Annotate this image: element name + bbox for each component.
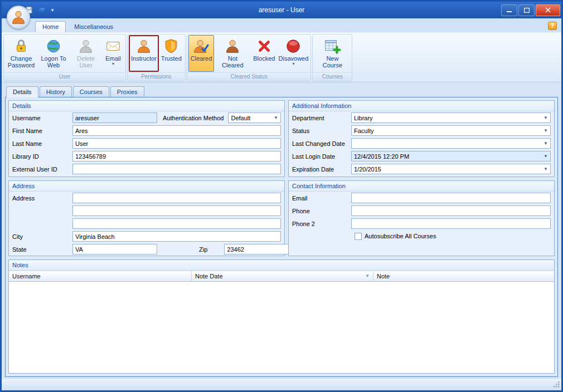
button-label: Trusted	[161, 55, 182, 62]
expiration-date-combo[interactable]: 1/20/2015 ▼	[351, 164, 551, 174]
status-label: Status	[292, 128, 351, 134]
stop-icon	[285, 37, 302, 55]
delete-user-button[interactable]: Delete User	[70, 35, 102, 72]
statusbar	[2, 379, 561, 390]
ribbon-tab-row: Home Miscellaneous ?	[2, 18, 561, 32]
group-caption-courses: Courses	[313, 72, 352, 81]
help-icon[interactable]: ?	[548, 22, 557, 30]
address-label: Address	[12, 195, 72, 202]
groupbox-contact-title: Contact Information	[289, 181, 554, 192]
external-user-id-label: External User ID	[12, 166, 72, 173]
last-name-label: Last Name	[12, 140, 72, 147]
last-name-field[interactable]	[72, 138, 281, 149]
first-name-field[interactable]	[72, 125, 281, 136]
dropdown-arrow-icon: ▾	[112, 62, 114, 66]
table-plus-icon	[324, 37, 341, 55]
new-course-button[interactable]: New Course	[314, 35, 351, 72]
notes-table-header: Username Note Date ▼ Note	[9, 271, 554, 282]
blocked-button[interactable]: Blocked	[251, 35, 277, 72]
address-line2-field[interactable]	[72, 205, 281, 216]
groupbox-additional-title: Additional Information	[289, 101, 554, 111]
ribbon-tab-miscellaneous[interactable]: Miscellaneous	[67, 21, 120, 32]
phone-field[interactable]	[351, 205, 551, 216]
tab-courses[interactable]: Courses	[73, 86, 109, 97]
autosubscribe-checkbox[interactable]	[355, 233, 362, 240]
library-id-field[interactable]	[72, 151, 281, 161]
user-check-icon	[193, 37, 210, 55]
delete-user-icon	[77, 37, 94, 55]
chevron-down-icon: ▼	[542, 139, 550, 148]
change-password-button[interactable]: Change Password	[5, 35, 37, 72]
city-field[interactable]	[72, 231, 281, 242]
external-user-id-field[interactable]	[72, 164, 281, 174]
authentication-method-combo[interactable]: Default ▼	[228, 112, 281, 123]
button-label: Cleared	[191, 55, 212, 62]
combo-value: Default	[231, 115, 271, 121]
minimize-button[interactable]	[501, 4, 517, 16]
groupbox-address-title: Address	[9, 181, 284, 192]
close-button[interactable]	[536, 4, 560, 16]
state-field[interactable]	[72, 244, 157, 254]
maximize-button[interactable]	[518, 4, 535, 16]
email-field[interactable]	[351, 193, 551, 203]
column-header-note-date[interactable]: Note Date ▼	[192, 271, 373, 281]
status-combo[interactable]: Faculty ▼	[351, 125, 551, 136]
button-label: Change Password	[7, 55, 35, 68]
last-changed-date-combo[interactable]: ▼	[351, 138, 551, 149]
titlebar: ▾ aresuser - User	[2, 2, 561, 18]
ribbon-tab-home[interactable]: Home	[35, 21, 66, 32]
combo-value: Library	[354, 115, 541, 121]
tab-proxies[interactable]: Proxies	[110, 86, 144, 97]
chevron-down-icon: ▼	[542, 126, 550, 135]
ribbon-group-cleared-status: Cleared Not Cleared Blocked	[187, 34, 312, 81]
qat-dropdown-icon[interactable]: ▾	[49, 7, 56, 13]
red-x-icon	[256, 37, 273, 55]
chevron-down-icon: ▼	[542, 152, 550, 160]
window-controls	[501, 4, 561, 16]
first-name-label: First Name	[12, 128, 72, 134]
user-icon	[224, 37, 241, 55]
not-cleared-button[interactable]: Not Cleared	[214, 35, 251, 72]
authentication-method-label: Authentication Method	[163, 115, 224, 121]
button-label: Logon To Web	[40, 55, 67, 68]
chevron-down-icon: ▼	[542, 165, 550, 173]
sync-icon[interactable]	[36, 4, 47, 16]
department-combo[interactable]: Library ▼	[351, 112, 551, 123]
phone2-field[interactable]	[351, 218, 551, 229]
group-caption-permissions: Permissions	[128, 72, 185, 81]
button-label: Instructor	[131, 55, 157, 62]
phone-label: Phone	[292, 208, 351, 214]
tab-history[interactable]: History	[40, 86, 72, 97]
email-button[interactable]: Email ▾	[102, 35, 124, 72]
groupbox-additional-information: Additional Information Department Librar…	[288, 100, 555, 177]
chevron-down-icon: ▼	[542, 114, 550, 122]
chevron-down-icon: ▼	[272, 114, 280, 122]
disavowed-button[interactable]: Disavowed ▾	[277, 35, 309, 72]
address-line3-field[interactable]	[72, 218, 281, 229]
column-header-note[interactable]: Note	[373, 271, 554, 281]
address-line1-field[interactable]	[72, 193, 281, 203]
sort-desc-icon: ▼	[365, 273, 370, 278]
user-avatar-icon	[10, 9, 27, 26]
tab-details[interactable]: Details	[6, 86, 38, 97]
combo-value: 1/20/2015	[354, 166, 541, 173]
logon-to-web-button[interactable]: Logon To Web	[37, 35, 70, 72]
resize-grip[interactable]	[552, 380, 560, 389]
details-page: Details Username Authentication Method D…	[5, 97, 558, 377]
column-header-username[interactable]: Username	[9, 271, 192, 281]
username-field[interactable]	[72, 112, 157, 123]
expiration-date-label: Expiration Date	[292, 166, 351, 173]
groupbox-address: Address Address City	[8, 180, 285, 256]
trusted-button[interactable]: Trusted	[159, 35, 184, 72]
cleared-button[interactable]: Cleared	[188, 35, 215, 72]
state-label: State	[12, 246, 72, 253]
application-orb[interactable]	[7, 6, 30, 29]
groupbox-contact-information: Contact Information Email Phone Phone 2	[288, 180, 555, 256]
notes-table-body[interactable]	[9, 282, 554, 373]
lock-icon	[13, 37, 30, 55]
instructor-button[interactable]: Instructor	[129, 35, 159, 72]
autosubscribe-label: Autosubscribe All Courses	[365, 233, 436, 239]
groupbox-notes-title: Notes	[9, 260, 554, 271]
username-label: Username	[12, 115, 72, 121]
last-login-date-combo[interactable]: 12/4/2015 12:20 PM ▼	[351, 151, 551, 161]
